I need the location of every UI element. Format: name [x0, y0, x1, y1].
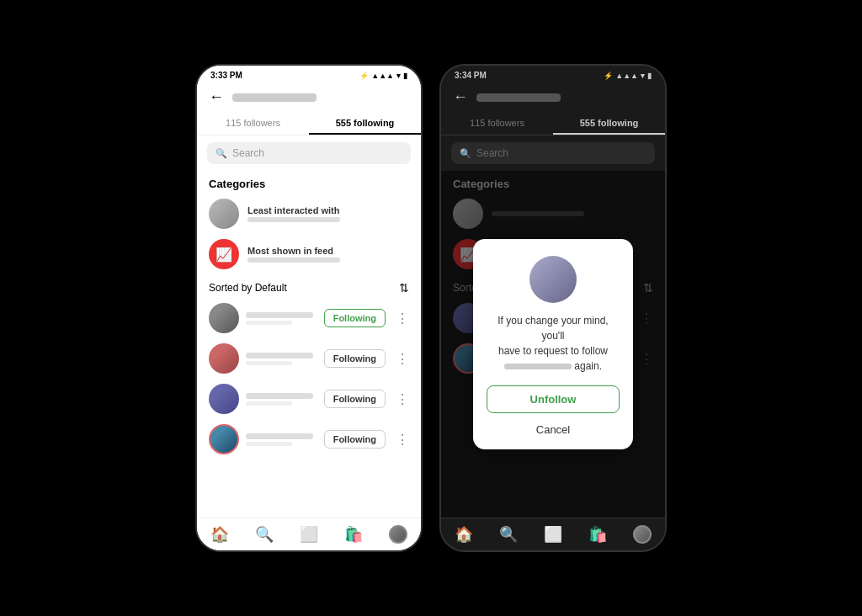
user-item-4: Following ⋮ — [197, 419, 421, 459]
category-name-1: Least interacted with — [247, 205, 409, 215]
nav-bar-2: ← — [441, 83, 665, 111]
user-name-bar-1 — [246, 312, 313, 318]
following-button-4[interactable]: Following — [324, 430, 386, 449]
signal-icon-2: ▲▲▲ — [615, 72, 638, 80]
sorted-by-1: Sorted by Default ⇅ — [197, 274, 421, 298]
category-name-2: Most shown in feed — [247, 246, 409, 256]
sorted-by-label-1: Sorted by Default — [209, 282, 287, 294]
category-info-2: Most shown in feed — [247, 246, 409, 263]
user-name-bar-2 — [246, 353, 313, 358]
following-button-1[interactable]: Following — [324, 309, 386, 327]
back-button-1[interactable]: ← — [209, 88, 224, 106]
bottom-nav-2: 🏠 🔍 ⬜ 🛍️ — [441, 518, 665, 550]
home-icon-2[interactable]: 🏠 — [455, 525, 473, 544]
category-desc-1 — [247, 217, 340, 222]
modal-overlay: If you change your mind, you'll have to … — [441, 171, 665, 518]
sort-icon-1[interactable]: ⇅ — [399, 281, 409, 295]
user-avatar-2 — [209, 343, 239, 374]
phone-1: 3:33 PM ⚡ ▲▲▲ ▾ ▮ ← 115 followers 555 fo… — [195, 64, 423, 552]
status-time-1: 3:33 PM — [210, 71, 242, 80]
bluetooth-icon: ⚡ — [359, 72, 369, 80]
nav-username-2 — [476, 93, 561, 102]
user-item-2: Following ⋮ — [197, 338, 421, 379]
category-avatar-1 — [209, 199, 239, 229]
bottom-nav-1: 🏠 🔍 ⬜ 🛍️ — [197, 518, 421, 550]
following-button-2[interactable]: Following — [324, 349, 386, 368]
wifi-icon: ▾ — [396, 72, 401, 80]
categories-title-1: Categories — [197, 171, 421, 194]
reels-icon-1[interactable]: ⬜ — [300, 525, 318, 544]
tab-following-2[interactable]: 555 following — [553, 111, 665, 135]
search-bar-2[interactable]: 🔍 Search — [451, 142, 655, 164]
category-info-1: Least interacted with — [247, 205, 409, 222]
content-1: Categories Least interacted with 📈 Most … — [197, 171, 421, 518]
more-dots-3[interactable]: ⋮ — [396, 391, 409, 407]
status-icons-1: ⚡ ▲▲▲ ▾ ▮ — [359, 72, 407, 80]
following-button-3[interactable]: Following — [324, 390, 386, 408]
category-item-2[interactable]: 📈 Most shown in feed — [197, 234, 421, 274]
cancel-button[interactable]: Cancel — [487, 420, 620, 439]
user-sub-bar-2 — [246, 361, 292, 365]
tab-following-1[interactable]: 555 following — [309, 111, 421, 135]
phone-2: 3:34 PM ⚡ ▲▲▲ ▾ ▮ ← 115 followers 555 fo… — [439, 64, 667, 552]
shop-icon-1[interactable]: 🛍️ — [344, 525, 363, 544]
more-dots-1[interactable]: ⋮ — [396, 311, 409, 327]
search-label-1: Search — [232, 147, 264, 159]
user-avatar-3 — [209, 384, 239, 414]
back-button-2[interactable]: ← — [453, 88, 468, 106]
category-desc-2 — [247, 258, 340, 263]
user-sub-bar-1 — [246, 321, 292, 325]
home-icon-1[interactable]: 🏠 — [210, 525, 229, 544]
user-avatar-1 — [209, 303, 239, 333]
battery-icon: ▮ — [403, 72, 407, 80]
more-dots-2[interactable]: ⋮ — [396, 351, 409, 367]
content-2: Categories 📈 Sorted ⇅ — [441, 171, 665, 518]
search-icon-2: 🔍 — [460, 148, 471, 159]
modal-user-avatar — [529, 256, 577, 303]
profile-icon-2[interactable] — [633, 525, 652, 544]
bluetooth-icon-2: ⚡ — [604, 72, 613, 80]
unfollow-button[interactable]: Unfollow — [487, 385, 620, 413]
wifi-icon-2: ▾ — [641, 72, 645, 80]
user-item-3: Following ⋮ — [197, 379, 421, 419]
modal-text-line2: have to request to follow — [498, 345, 608, 357]
search-label-2: Search — [476, 147, 508, 159]
user-name-block-2 — [246, 353, 317, 365]
modal-text-line1: If you change your mind, you'll — [498, 315, 608, 342]
search-nav-icon-2[interactable]: 🔍 — [499, 525, 518, 544]
user-name-block-1 — [246, 312, 317, 325]
tabs-2: 115 followers 555 following — [441, 111, 665, 135]
more-dots-4[interactable]: ⋮ — [396, 432, 409, 448]
nav-username-1 — [232, 93, 317, 102]
status-icons-2: ⚡ ▲▲▲ ▾ ▮ — [604, 72, 652, 80]
status-time-2: 3:34 PM — [455, 71, 487, 80]
user-name-bar-3 — [246, 393, 313, 399]
tab-followers-1[interactable]: 115 followers — [197, 111, 309, 135]
user-avatar-4 — [209, 424, 239, 454]
user-sub-bar-3 — [246, 401, 292, 406]
status-bar-1: 3:33 PM ⚡ ▲▲▲ ▾ ▮ — [197, 66, 421, 83]
unfollow-modal: If you change your mind, you'll have to … — [473, 239, 633, 449]
nav-bar-1: ← — [197, 83, 421, 111]
category-avatar-2: 📈 — [209, 239, 239, 269]
search-icon-1: 🔍 — [216, 148, 227, 159]
user-item-1: Following ⋮ — [197, 298, 421, 338]
modal-message: If you change your mind, you'll have to … — [487, 313, 620, 374]
category-item-1[interactable]: Least interacted with — [197, 194, 421, 234]
reels-icon-2[interactable]: ⬜ — [544, 525, 562, 544]
tabs-1: 115 followers 555 following — [197, 111, 421, 135]
modal-username-bar — [504, 364, 572, 369]
profile-icon-1[interactable] — [389, 525, 407, 544]
user-name-block-4 — [246, 433, 317, 446]
search-nav-icon-1[interactable]: 🔍 — [255, 525, 274, 544]
search-bar-1[interactable]: 🔍 Search — [207, 142, 411, 164]
status-bar-2: 3:34 PM ⚡ ▲▲▲ ▾ ▮ — [441, 66, 665, 83]
battery-icon-2: ▮ — [647, 72, 652, 80]
shop-icon-2[interactable]: 🛍️ — [588, 525, 607, 544]
user-sub-bar-4 — [246, 442, 292, 446]
user-name-bar-4 — [246, 433, 313, 439]
user-name-block-3 — [246, 393, 317, 406]
signal-icon: ▲▲▲ — [371, 72, 394, 80]
modal-text-line3: again. — [574, 360, 602, 372]
tab-followers-2[interactable]: 115 followers — [441, 111, 553, 135]
